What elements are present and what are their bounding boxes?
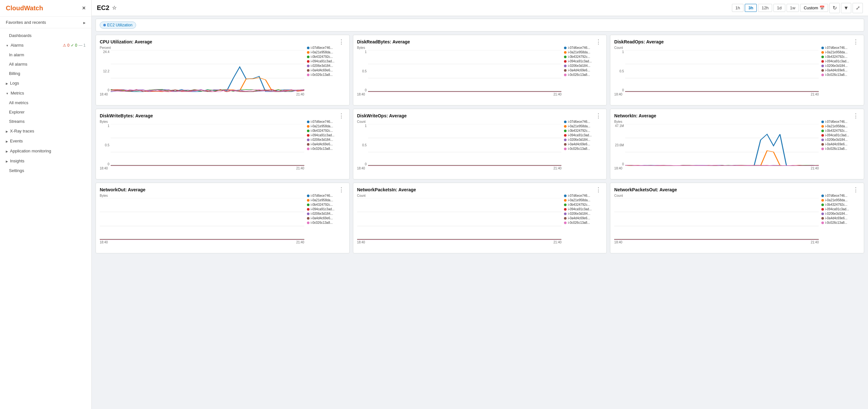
legend-color-dot xyxy=(307,46,309,49)
explorer-label: Explorer xyxy=(9,109,25,115)
refresh-button[interactable]: ↻ xyxy=(829,3,840,13)
sidebar-group-app-monitoring[interactable]: Application monitoring xyxy=(0,146,91,156)
legend-item: i-094ca91c3ad... xyxy=(822,133,860,137)
chart-legend-cpu-util: i-07d6ece746...i-0a21e958da...i-0b432479… xyxy=(307,46,345,96)
all-metrics-label: All metrics xyxy=(9,100,28,105)
legend-label: i-0b4324792c... xyxy=(825,129,847,132)
y-tick: 23.6M xyxy=(614,144,624,147)
sidebar-group-xray[interactable]: X-Ray traces xyxy=(0,126,91,136)
sidebar-group-insights[interactable]: Insights xyxy=(0,156,91,166)
sidebar-group-metrics[interactable]: Metrics xyxy=(0,88,91,98)
chart-card-disk-read-ops: DiskReadOps: Average⋮Count10.5018:4021:4… xyxy=(610,35,864,105)
chart-title-cpu-util: CPU Utilization: Average xyxy=(100,39,152,44)
chart-legend-disk-read-ops: i-07d6ece746...i-0a21e958da...i-0b432479… xyxy=(822,46,860,96)
chart-menu-btn-network-in[interactable]: ⋮ xyxy=(851,113,860,119)
legend-label: i-0a21e958da... xyxy=(311,198,333,202)
legend-color-dot xyxy=(307,130,309,132)
logs-chevron xyxy=(6,81,8,86)
legend-label: i-0c026c13a8... xyxy=(311,221,333,224)
legend-item: i-0206e3d184... xyxy=(307,64,345,67)
chart-menu-btn-disk-write-bytes[interactable]: ⋮ xyxy=(337,113,345,119)
chart-title-disk-read-bytes: DiskReadBytes: Average xyxy=(357,39,410,44)
legend-color-dot xyxy=(822,138,824,141)
legend-color-dot xyxy=(564,217,566,220)
chart-menu-btn-cpu-util[interactable]: ⋮ xyxy=(337,39,345,45)
x-label: 18:40 xyxy=(357,241,365,244)
legend-label: i-0b4324792c... xyxy=(568,55,590,59)
plot-area-disk-read-bytes: 10.50 xyxy=(357,50,562,92)
fullscreen-button[interactable]: ⤢ xyxy=(852,3,863,13)
sidebar-item-all-alarms[interactable]: All alarms xyxy=(0,60,91,69)
time-btn-1d[interactable]: 1d xyxy=(773,4,785,12)
sidebar-group-events[interactable]: Events xyxy=(0,136,91,146)
time-btn-custom[interactable]: Custom 📅 xyxy=(800,4,828,12)
sidebar-item-all-metrics[interactable]: All metrics xyxy=(0,98,91,107)
legend-item: i-07d6ece746... xyxy=(822,194,860,197)
legend-color-dot xyxy=(564,51,566,54)
sidebar: CloudWatch × Favorites and recents Dashb… xyxy=(0,0,92,409)
time-btn-12h[interactable]: 12h xyxy=(758,4,772,12)
legend-color-dot xyxy=(307,222,309,224)
plot-area-disk-read-ops: 10.50 xyxy=(614,50,819,92)
favorite-star-icon[interactable]: ☆ xyxy=(112,5,117,11)
y-tick: 0 xyxy=(614,88,624,92)
legend-item: i-0206e3d184... xyxy=(822,138,860,141)
legend-item: i-07d6ece746... xyxy=(307,194,345,197)
sidebar-item-explorer[interactable]: Explorer xyxy=(0,107,91,117)
y-label-network-out: Bytes xyxy=(100,194,304,197)
legend-color-dot xyxy=(564,121,566,123)
favorites-recents[interactable]: Favorites and recents xyxy=(0,17,91,28)
chart-title-network-in: NetworkIn: Average xyxy=(614,113,656,118)
legend-label: i-0b4324792c... xyxy=(825,55,847,59)
sidebar-item-settings[interactable]: Settings xyxy=(0,166,91,175)
time-btn-3h[interactable]: 3h xyxy=(745,4,757,12)
sidebar-item-in-alarm[interactable]: In alarm xyxy=(0,50,91,60)
legend-item: i-0a21e958da... xyxy=(822,198,860,202)
chart-menu-btn-network-packets-out[interactable]: ⋮ xyxy=(851,187,860,193)
chart-menu-btn-disk-write-ops[interactable]: ⋮ xyxy=(594,113,602,119)
chart-card-disk-write-ops: DiskWriteOps: Average⋮Count10.5018:4021:… xyxy=(353,109,607,180)
sidebar-close-button[interactable]: × xyxy=(82,5,86,11)
filter-tag[interactable]: EC2 Utilization xyxy=(100,22,136,29)
filter-dot-icon xyxy=(103,24,106,26)
legend-item: i-094ca91c3ad... xyxy=(822,60,860,63)
chart-svg-disk-read-ops xyxy=(625,50,819,92)
legend-color-dot xyxy=(564,130,566,132)
legend-item: i-0206e3d184... xyxy=(307,138,345,141)
legend-item: i-0206e3d184... xyxy=(564,64,602,67)
legend-label: i-07d6ece746... xyxy=(825,120,847,123)
legend-color-dot xyxy=(307,194,309,197)
chart-body-disk-read-bytes: Bytes10.5018:4021:40i-07d6ece746...i-0a2… xyxy=(357,46,603,96)
legend-item: i-0c026c13a8... xyxy=(822,73,860,76)
legend-label: i-0a4d4c69e6... xyxy=(311,216,333,220)
time-btn-1h[interactable]: 1h xyxy=(732,4,743,12)
legend-label: i-094ca91c3ad... xyxy=(311,60,335,63)
legend-color-dot xyxy=(307,134,309,137)
legend-color-dot xyxy=(307,213,309,215)
legend-item: i-07d6ece746... xyxy=(822,120,860,123)
chart-plot-disk-read-ops: Count10.5018:4021:40 xyxy=(614,46,819,96)
sidebar-group-alarms[interactable]: Alarms ⚠ 0 ✓ 0 — 1 xyxy=(0,40,91,50)
y-label-disk-read-ops: Count xyxy=(614,46,819,50)
legend-color-dot xyxy=(822,213,824,215)
chart-svg-network-packets-in xyxy=(357,198,562,240)
sidebar-item-streams[interactable]: Streams xyxy=(0,117,91,126)
chart-menu-btn-disk-read-bytes[interactable]: ⋮ xyxy=(594,39,602,45)
app-monitoring-chevron xyxy=(6,149,8,153)
sidebar-item-dashboards[interactable]: Dashboards xyxy=(0,31,91,40)
time-btn-1w[interactable]: 1w xyxy=(786,4,799,12)
legend-label: i-094ca91c3ad... xyxy=(568,133,592,137)
legend-item: i-0a4d4c69e6... xyxy=(822,143,860,146)
sidebar-item-billing[interactable]: Billing xyxy=(0,69,91,78)
chart-header-disk-write-ops: DiskWriteOps: Average⋮ xyxy=(357,113,603,119)
chart-menu-btn-network-packets-in[interactable]: ⋮ xyxy=(594,187,602,193)
dropdown-button[interactable]: ▼ xyxy=(841,3,851,13)
legend-label: i-07d6ece746... xyxy=(568,46,590,50)
chart-title-disk-read-ops: DiskReadOps: Average xyxy=(614,39,664,44)
custom-label: Custom xyxy=(804,5,818,10)
chart-menu-btn-disk-read-ops[interactable]: ⋮ xyxy=(851,39,860,45)
sidebar-group-logs[interactable]: Logs xyxy=(0,78,91,88)
x-label: 21:40 xyxy=(553,93,561,96)
y-label-cpu-util: Percent xyxy=(100,46,304,50)
chart-menu-btn-network-out[interactable]: ⋮ xyxy=(337,187,345,193)
